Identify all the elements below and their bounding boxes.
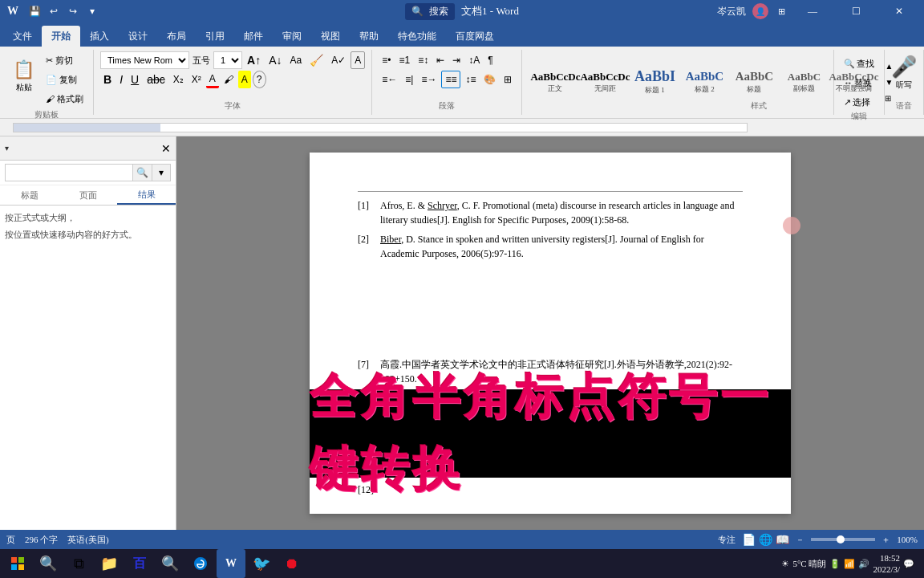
bold-button[interactable]: B <box>100 71 115 88</box>
highlight-button[interactable]: 🖌 <box>221 71 237 88</box>
qa-more[interactable]: ▾ <box>83 2 101 20</box>
shading-button[interactable]: A <box>238 71 251 88</box>
replace-button[interactable]: ↔ 替换 <box>841 74 877 92</box>
search-icon: 🔍 <box>411 6 424 17</box>
tab-design[interactable]: 设计 <box>119 26 157 47</box>
text-box-button[interactable]: A <box>351 51 365 69</box>
record-icon[interactable]: ⏺ <box>278 549 306 578</box>
nav-collapse-icon[interactable]: ▾ <box>5 144 9 153</box>
style-heading2[interactable]: AaBbC 标题 2 <box>681 60 727 105</box>
sort-button[interactable]: ↕A <box>465 51 483 69</box>
redo-button[interactable]: ↪ <box>64 2 82 20</box>
zoom-plus[interactable]: ＋ <box>881 534 890 546</box>
tab-view[interactable]: 视图 <box>311 26 350 47</box>
tab-insert[interactable]: 插入 <box>80 26 119 47</box>
tab-baidu[interactable]: 百度网盘 <box>446 26 504 47</box>
font-size-selector[interactable]: 19 <box>213 51 242 69</box>
find-button[interactable]: 🔍 查找 <box>841 55 877 72</box>
tab-layout[interactable]: 布局 <box>157 26 196 47</box>
clear-format-button[interactable]: 🧹 <box>306 51 326 69</box>
style-normal-preview: AaBbCcDc <box>530 71 580 82</box>
nav-tab-pages[interactable]: 页面 <box>59 185 117 205</box>
nav-search-button[interactable]: 🔍 <box>133 164 152 181</box>
file-explorer-icon[interactable]: 📁 <box>95 549 124 578</box>
search-app-icon[interactable]: 🔍 <box>156 549 184 578</box>
baidu-app-icon[interactable]: 百 <box>125 549 154 578</box>
tab-help[interactable]: 帮助 <box>350 26 388 47</box>
help-btn[interactable]: ? <box>253 71 266 88</box>
change-case-button[interactable]: Aa <box>287 51 306 69</box>
font-name-selector[interactable]: Times New Rom <box>100 51 189 69</box>
print-view-button[interactable]: 📄 <box>742 533 756 546</box>
subscript-button[interactable]: X₂ <box>170 71 187 88</box>
taskbar-clock[interactable]: 18:52 2022/3/ <box>873 552 900 576</box>
tab-home[interactable]: 开始 <box>42 26 80 47</box>
style-title[interactable]: AaBbC 标题 <box>731 60 777 105</box>
zoom-minus[interactable]: － <box>796 534 804 546</box>
tab-file[interactable]: 文件 <box>3 26 42 47</box>
copy-button[interactable]: 📄 复制 <box>43 71 87 88</box>
close-button[interactable]: ✕ <box>881 0 918 22</box>
font-color-button[interactable]: A <box>206 71 219 88</box>
superscript-button[interactable]: X² <box>188 71 205 88</box>
notification-icon[interactable]: 💬 <box>903 559 914 569</box>
borders-button[interactable]: ⊞ <box>500 71 515 88</box>
tab-reference[interactable]: 引用 <box>196 26 234 47</box>
multilevel-button[interactable]: ≡↕ <box>415 51 432 69</box>
italic-button[interactable]: I <box>116 71 126 88</box>
nav-tab-headings[interactable]: 标题 <box>0 185 59 205</box>
sound-icon[interactable]: 🔊 <box>858 559 869 569</box>
align-left-button[interactable]: ≡← <box>379 71 400 88</box>
decrease-indent-button[interactable]: ⇤ <box>433 51 448 69</box>
search-placeholder: 搜索 <box>429 6 448 17</box>
undo-button[interactable]: ↩ <box>45 2 63 20</box>
text-highlight-btn[interactable]: A✓ <box>328 51 349 69</box>
style-heading1[interactable]: AaBbI 标题 1 <box>631 60 678 105</box>
decrease-font-button[interactable]: A↓ <box>265 51 285 69</box>
justify-button[interactable]: ≡≡ <box>441 71 460 88</box>
tab-special[interactable]: 特色功能 <box>388 26 446 47</box>
network-icon[interactable]: 📶 <box>844 559 855 569</box>
increase-indent-button[interactable]: ⇥ <box>449 51 464 69</box>
numbering-button[interactable]: ≡1 <box>395 51 413 69</box>
edge-icon[interactable] <box>186 549 215 578</box>
increase-font-button[interactable]: A↑ <box>244 51 264 69</box>
strikethrough-button[interactable]: abc <box>144 71 168 88</box>
align-right-button[interactable]: ≡→ <box>418 71 440 88</box>
nav-close-button[interactable]: ✕ <box>161 142 171 155</box>
show-para-button[interactable]: ¶ <box>484 51 496 69</box>
user-avatar[interactable]: 👤 <box>752 3 768 19</box>
document-area[interactable]: [1] Afros, E. & Schryer, C. F. Promotion… <box>176 136 924 530</box>
bird-app-icon[interactable]: 🐦 <box>247 549 276 578</box>
bullets-button[interactable]: ≡• <box>379 51 394 69</box>
cut-button[interactable]: ✂ 剪切 <box>43 51 87 69</box>
line-spacing-button[interactable]: ↕≡ <box>462 71 479 88</box>
search-bar[interactable]: 🔍 搜索 <box>405 3 455 20</box>
nav-search-input[interactable] <box>5 164 133 181</box>
start-button[interactable] <box>3 549 32 578</box>
search-taskbar[interactable]: 🔍 <box>34 549 63 578</box>
battery-icon[interactable]: 🔋 <box>829 559 841 569</box>
word-taskbar-icon[interactable]: W <box>217 549 245 578</box>
read-view-button[interactable]: 📖 <box>776 533 789 546</box>
task-view-button[interactable]: ⧉ <box>64 549 93 578</box>
tab-mail[interactable]: 邮件 <box>234 26 273 47</box>
style-no-spacing[interactable]: AaBbCcDc 无间距 <box>582 60 628 105</box>
shading-para-button[interactable]: 🎨 <box>480 71 499 88</box>
web-view-button[interactable]: 🌐 <box>759 533 772 546</box>
zoom-slider[interactable] <box>811 538 875 541</box>
style-subtitle[interactable]: AaBbC 副标题 <box>780 60 827 105</box>
nav-search-dropdown[interactable]: ▾ <box>152 164 172 181</box>
align-center-button[interactable]: ≡| <box>402 71 416 88</box>
paste-button[interactable]: 📋 粘贴 <box>6 59 41 100</box>
tab-review[interactable]: 审阅 <box>273 26 311 47</box>
nav-tab-results[interactable]: 结果 <box>117 185 176 205</box>
para-row2: ≡← ≡| ≡→ ≡≡ ↕≡ 🎨 ⊞ <box>379 71 515 88</box>
minimize-button[interactable]: — <box>794 0 831 22</box>
ribbon-display-button[interactable]: ⊞ <box>775 5 788 18</box>
format-painter-button[interactable]: 🖌 格式刷 <box>43 90 87 108</box>
style-normal[interactable]: AaBbCcDc 正文 <box>532 60 578 105</box>
maximize-button[interactable]: ☐ <box>837 0 874 22</box>
save-button[interactable]: 💾 <box>26 2 43 20</box>
underline-button[interactable]: U <box>128 71 142 88</box>
